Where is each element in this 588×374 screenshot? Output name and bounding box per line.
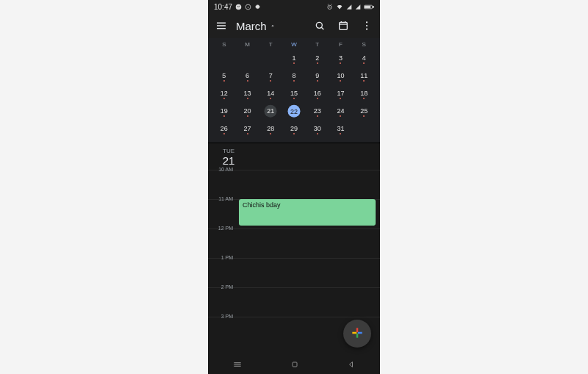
- day-number: 11: [360, 72, 368, 79]
- event-title: Chichis bday: [243, 201, 281, 209]
- search-button[interactable]: [311, 17, 329, 35]
- event-dot: [293, 80, 295, 82]
- day-cell: [352, 121, 376, 138]
- day-header-dow: TUE: [214, 148, 243, 154]
- day-number: 27: [244, 125, 251, 132]
- dow-label: S: [212, 41, 236, 48]
- day-number: 15: [290, 90, 298, 97]
- day-cell[interactable]: 18: [352, 85, 376, 103]
- hour-row: 2 PM: [208, 287, 380, 317]
- battery-icon: [364, 4, 374, 10]
- month-title: March: [236, 20, 267, 32]
- status-time: 10:47: [214, 3, 232, 11]
- event-dot: [223, 98, 225, 99]
- event-dot: [317, 62, 318, 64]
- hour-label: 3 PM: [211, 314, 233, 319]
- event-dot: [363, 115, 365, 117]
- today-button[interactable]: [334, 17, 352, 35]
- event-dot: [247, 80, 248, 82]
- day-number: 31: [337, 125, 344, 132]
- hour-label: 10 AM: [211, 168, 233, 172]
- event-dot: [363, 62, 365, 64]
- day-cell[interactable]: 21: [259, 103, 282, 121]
- dow-label: T: [306, 41, 329, 48]
- day-cell[interactable]: 1: [282, 50, 306, 68]
- settings-gear-icon: [254, 4, 261, 10]
- back-button[interactable]: [347, 360, 356, 370]
- day-cell[interactable]: 15: [282, 85, 306, 103]
- hour-label: 2 PM: [211, 284, 233, 290]
- day-cell[interactable]: 22: [282, 103, 306, 121]
- day-cell[interactable]: 17: [329, 85, 353, 103]
- day-cell[interactable]: 25: [352, 103, 376, 121]
- menu-button[interactable]: [212, 17, 230, 35]
- day-cell[interactable]: 16: [306, 85, 329, 103]
- day-cell[interactable]: 13: [236, 85, 259, 103]
- event-dot: [247, 115, 248, 117]
- day-cell[interactable]: 10: [329, 68, 353, 85]
- wifi-icon: [336, 4, 343, 10]
- day-number: 1: [292, 54, 295, 62]
- day-cell[interactable]: 6: [236, 68, 259, 85]
- calendar-event[interactable]: Chichis bday: [239, 199, 376, 226]
- day-cell[interactable]: 26: [212, 121, 236, 138]
- day-header[interactable]: TUE 21: [208, 143, 380, 168]
- day-number: 7: [269, 72, 273, 79]
- app-bar: March: [208, 13, 380, 38]
- event-dot: [317, 80, 318, 82]
- event-dot: [340, 133, 341, 134]
- day-number: 13: [244, 90, 251, 97]
- day-cell[interactable]: 19: [212, 103, 236, 121]
- event-dot: [293, 62, 295, 64]
- day-cell[interactable]: 27: [236, 121, 259, 138]
- day-cell[interactable]: 5: [212, 68, 236, 85]
- event-dot: [340, 98, 341, 99]
- month-picker[interactable]: March: [236, 20, 305, 32]
- event-dot: [340, 62, 341, 64]
- day-cell[interactable]: 30: [306, 121, 329, 138]
- day-number: 20: [244, 107, 251, 115]
- day-number: 26: [220, 125, 228, 132]
- day-cell[interactable]: 12: [212, 85, 236, 103]
- create-event-fab[interactable]: [343, 320, 371, 348]
- day-cell[interactable]: 2: [306, 50, 329, 68]
- recent-apps-button[interactable]: [232, 359, 243, 371]
- event-dot: [363, 98, 365, 99]
- day-number: 5: [222, 72, 226, 79]
- event-dot: [340, 80, 341, 82]
- hour-row: 12 PM: [208, 229, 380, 258]
- day-cell[interactable]: 24: [329, 103, 353, 121]
- svg-rect-14: [340, 22, 348, 29]
- alarm-icon: [326, 4, 333, 10]
- day-cell[interactable]: 23: [306, 103, 329, 121]
- day-cell[interactable]: 4: [352, 50, 376, 68]
- day-cell[interactable]: 8: [282, 68, 306, 85]
- day-cell[interactable]: 11: [352, 68, 376, 85]
- day-cell[interactable]: 14: [259, 85, 282, 103]
- day-cell[interactable]: 29: [282, 121, 306, 138]
- day-number: 19: [220, 107, 228, 115]
- hour-label: 11 AM: [211, 196, 233, 201]
- info-icon: [245, 4, 251, 10]
- month-grid: SMTWTFS 12345678910111213141516171819202…: [208, 38, 380, 143]
- home-button[interactable]: [290, 360, 299, 370]
- event-dot: [340, 115, 341, 117]
- day-header-num: 21: [214, 154, 243, 167]
- day-number: 30: [314, 125, 321, 132]
- day-cell[interactable]: 3: [329, 50, 353, 68]
- overflow-menu-button[interactable]: [358, 17, 376, 35]
- day-number: 14: [267, 90, 274, 97]
- day-cell[interactable]: 9: [306, 68, 329, 85]
- day-cell[interactable]: 7: [259, 68, 282, 85]
- day-cell[interactable]: 28: [259, 121, 282, 138]
- event-dot: [317, 133, 318, 134]
- day-cell[interactable]: 20: [236, 103, 259, 121]
- event-dot: [317, 98, 318, 99]
- day-number: 10: [337, 72, 344, 79]
- day-number: 23: [314, 107, 321, 115]
- messenger-icon: [235, 4, 242, 10]
- day-cell: [236, 50, 259, 68]
- phone-frame: 10:47: [208, 0, 380, 374]
- day-cell[interactable]: 31: [329, 121, 353, 138]
- signal-icon: [346, 4, 352, 10]
